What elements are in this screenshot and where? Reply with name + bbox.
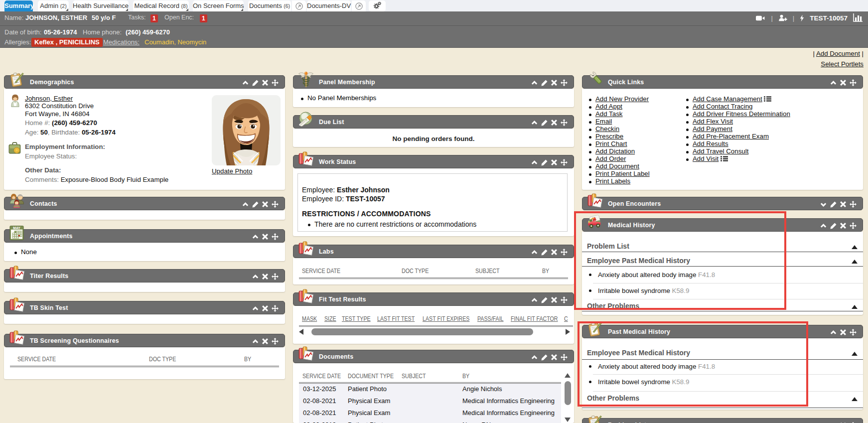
svg-text:MAY: MAY [13,226,20,230]
